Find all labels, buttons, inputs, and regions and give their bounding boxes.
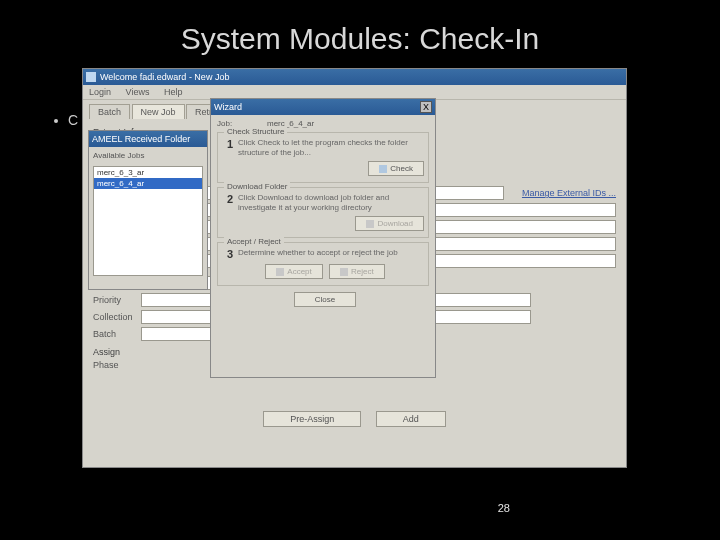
bottom-button-row: Pre-Assign Add bbox=[83, 411, 626, 427]
label-batch: Batch bbox=[93, 329, 141, 339]
check-button[interactable]: Check bbox=[368, 161, 424, 176]
wizard-close-button[interactable]: Close bbox=[294, 292, 356, 307]
menu-views[interactable]: Views bbox=[126, 87, 150, 97]
step-text: Click Check to let the program checks th… bbox=[238, 138, 424, 157]
list-item[interactable]: merc_6_3_ar bbox=[94, 167, 202, 178]
wizard-group-check-structure: Check Structure bbox=[224, 127, 287, 136]
tab-batch[interactable]: Batch bbox=[89, 104, 130, 119]
wizard-dialog: Wizard X Job: merc_6_4_ar Check Structur… bbox=[210, 98, 436, 378]
step-number: 3 bbox=[222, 248, 238, 260]
label-priority: Priority bbox=[93, 295, 141, 305]
download-button[interactable]: Download bbox=[355, 216, 424, 231]
bullet-text: C bbox=[68, 112, 78, 128]
wizard-step-2: Download Folder 2 Click Download to down… bbox=[217, 187, 429, 238]
wizard-group-download-folder: Download Folder bbox=[224, 182, 290, 191]
reject-button[interactable]: Reject bbox=[329, 264, 385, 279]
received-titlebar[interactable]: AMEEL Received Folder bbox=[89, 131, 207, 147]
tab-new-job[interactable]: New Job bbox=[132, 104, 185, 119]
list-item[interactable]: merc_6_4_ar bbox=[94, 178, 202, 189]
accept-button[interactable]: Accept bbox=[265, 264, 322, 279]
label-phase: Phase bbox=[93, 360, 141, 370]
wizard-step-3: Accept / Reject 3 Determine whether to a… bbox=[217, 242, 429, 286]
wizard-titlebar[interactable]: Wizard X bbox=[211, 99, 435, 115]
step-text: Determine whether to accept or reject th… bbox=[238, 248, 424, 260]
manage-external-ids-link[interactable]: Manage External IDs ... bbox=[522, 188, 616, 198]
received-subtitle: Available Jobs bbox=[93, 151, 203, 160]
step-number: 2 bbox=[222, 193, 238, 212]
received-folder-window: AMEEL Received Folder Available Jobs mer… bbox=[88, 130, 208, 290]
label-collection: Collection bbox=[93, 312, 141, 322]
job-list[interactable]: merc_6_3_ar merc_6_4_ar bbox=[93, 166, 203, 276]
app-titlebar[interactable]: Welcome fadi.edward - New Job bbox=[83, 69, 626, 85]
received-title: AMEEL Received Folder bbox=[92, 134, 190, 144]
step-text: Click Download to download job folder an… bbox=[238, 193, 424, 212]
slide-bullet: C bbox=[54, 112, 78, 128]
wizard-step-1: Check Structure 1 Click Check to let the… bbox=[217, 132, 429, 183]
preassign-button[interactable]: Pre-Assign bbox=[263, 411, 361, 427]
page-number: 28 bbox=[498, 502, 510, 514]
wizard-group-accept-reject: Accept / Reject bbox=[224, 237, 284, 246]
menu-login[interactable]: Login bbox=[89, 87, 111, 97]
wizard-body: Job: merc_6_4_ar Check Structure 1 Click… bbox=[211, 115, 435, 311]
step-number: 1 bbox=[222, 138, 238, 157]
menu-help[interactable]: Help bbox=[164, 87, 183, 97]
received-body: Available Jobs merc_6_3_ar merc_6_4_ar bbox=[89, 147, 207, 280]
add-button[interactable]: Add bbox=[376, 411, 446, 427]
slide-title: System Modules: Check-In bbox=[0, 0, 720, 56]
wizard-title: Wizard bbox=[214, 102, 242, 112]
close-icon[interactable]: X bbox=[420, 101, 432, 113]
app-icon bbox=[86, 72, 96, 82]
app-title: Welcome fadi.edward - New Job bbox=[100, 72, 229, 82]
